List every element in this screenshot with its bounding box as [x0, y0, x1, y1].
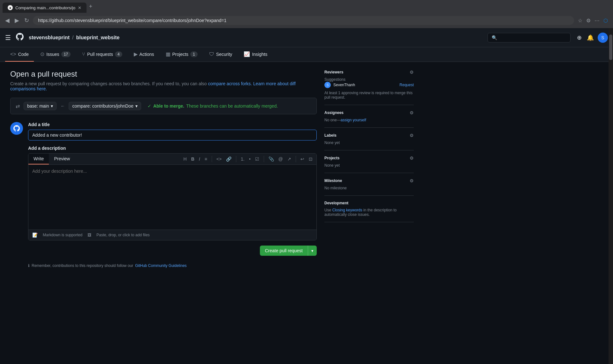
- merge-desc-text: These branches can be automatically merg…: [186, 103, 278, 109]
- description-textarea[interactable]: [28, 165, 316, 229]
- reference-btn[interactable]: ↗: [286, 156, 292, 162]
- guidelines-link[interactable]: GitHub Community Guidelines: [135, 263, 186, 268]
- create-button[interactable]: ⊕: [576, 33, 583, 42]
- back-button[interactable]: ◀: [4, 16, 11, 25]
- header-icons: ⊕ 🔔 S: [576, 33, 608, 43]
- org-link[interactable]: stevensblueprint: [29, 35, 70, 41]
- code-btn[interactable]: <>: [215, 156, 223, 162]
- development-title: Development: [324, 201, 348, 205]
- page-title: Open a pull request: [10, 70, 317, 79]
- actions-icon: ▶: [134, 51, 138, 57]
- nav-issues-label: Issues: [46, 52, 59, 57]
- list-btn[interactable]: ≡: [203, 156, 208, 162]
- closing-keywords-link[interactable]: Closing keywords: [332, 208, 362, 212]
- nav-code-label: Code: [18, 52, 29, 57]
- development-section: Development Use Closing keywords in the …: [324, 196, 414, 222]
- create-pr-dropdown[interactable]: ▾: [308, 246, 317, 256]
- undo-btn[interactable]: ↩: [299, 156, 306, 162]
- toolbar-sep-1: [212, 156, 212, 162]
- search-icon: 🔍: [492, 35, 497, 40]
- projects-none: None yet: [324, 163, 414, 168]
- insights-icon: 📈: [244, 51, 250, 57]
- projects-section: Projects ⚙ None yet: [324, 150, 414, 173]
- development-header: Development: [324, 201, 414, 205]
- pr-title-label: Add a title: [28, 122, 317, 127]
- nav-actions[interactable]: ▶ Actions: [129, 47, 159, 62]
- nav-projects[interactable]: ▦ Projects 1: [161, 47, 203, 62]
- scrollbar-thumb[interactable]: [609, 34, 612, 60]
- unordered-list-btn[interactable]: •: [248, 156, 252, 162]
- markdown-icon: 📝: [32, 232, 38, 238]
- new-tab-button[interactable]: +: [87, 1, 95, 12]
- reviewers-gear[interactable]: ⚙: [410, 70, 414, 75]
- reviewers-header: Reviewers ⚙: [324, 70, 414, 75]
- italic-btn[interactable]: I: [198, 156, 201, 162]
- bold-btn[interactable]: B: [190, 156, 196, 162]
- nav-actions-label: Actions: [140, 52, 154, 57]
- issues-badge: 17: [61, 51, 71, 57]
- link-btn[interactable]: 🔗: [225, 156, 233, 162]
- task-list-btn[interactable]: ☑: [254, 156, 261, 162]
- ordered-list-btn[interactable]: 1.: [239, 156, 246, 162]
- preview-tab[interactable]: Preview: [49, 154, 75, 164]
- code-icon: <>: [10, 51, 16, 57]
- submit-area: Create pull request ▾: [28, 246, 317, 256]
- repo-link[interactable]: blueprint_website: [76, 35, 119, 41]
- nav-code[interactable]: <> Code: [5, 47, 34, 62]
- search-box[interactable]: 🔍: [488, 33, 571, 42]
- attach-btn[interactable]: 📎: [267, 156, 275, 162]
- avatar[interactable]: S: [598, 33, 608, 43]
- sidebar: Reviewers ⚙ Suggestions S SevenThanh Req…: [324, 70, 414, 356]
- assignees-title: Assignees: [324, 110, 344, 115]
- notifications-button[interactable]: 🔔: [586, 33, 595, 42]
- compare-branch-select[interactable]: compare: contributors/johnDoe ▾: [69, 102, 141, 110]
- page-desc-text: Create a new pull request by comparing c…: [10, 81, 207, 86]
- reviewer-request-link[interactable]: Request: [399, 83, 414, 87]
- favorites-button[interactable]: ☆: [577, 16, 584, 25]
- more-button[interactable]: ⋯: [593, 16, 601, 25]
- pr-title-input[interactable]: [28, 130, 317, 140]
- write-tab[interactable]: Write: [28, 154, 49, 164]
- address-bar[interactable]: [33, 16, 574, 25]
- nav-issues[interactable]: ⊙ Issues 17: [35, 47, 76, 62]
- reviewers-info: At least 1 approving review is required …: [324, 91, 414, 100]
- projects-gear[interactable]: ⚙: [410, 155, 414, 161]
- refresh-button[interactable]: ↻: [23, 16, 30, 25]
- base-branch-select[interactable]: base: main ▾: [24, 102, 57, 110]
- active-tab[interactable]: ● Comparing main...contributors/jo ✕: [3, 3, 87, 13]
- hamburger-menu[interactable]: ☰: [5, 34, 11, 42]
- pr-badge: 4: [115, 51, 122, 57]
- browser-action-buttons: ☆ ⚙ ⋯ ⬡: [577, 16, 609, 25]
- pr-desc-section: Add a description Write Preview H B I ≡: [28, 146, 317, 240]
- assignees-section: Assignees ⚙ No one—assign yourself: [324, 105, 414, 128]
- info-icon: ℹ: [28, 263, 30, 268]
- labels-gear[interactable]: ⚙: [410, 133, 414, 138]
- edge-icon[interactable]: ⬡: [602, 16, 609, 25]
- milestone-gear[interactable]: ⚙: [410, 178, 414, 183]
- labels-title: Labels: [324, 133, 337, 138]
- create-pr-button[interactable]: Create pull request: [260, 246, 308, 256]
- compare-forks-link[interactable]: compare across forks.: [208, 81, 252, 86]
- forward-button[interactable]: ▶: [13, 16, 20, 25]
- assignees-gear[interactable]: ⚙: [410, 110, 414, 115]
- nav-security[interactable]: 🛡 Security: [204, 47, 238, 62]
- github-logo[interactable]: [16, 33, 24, 42]
- mention-btn[interactable]: @: [277, 156, 284, 162]
- branch-swap-icon: ⇄: [16, 103, 20, 109]
- nav-pull-requests[interactable]: ⑂ Pull requests 4: [77, 47, 127, 62]
- development-desc: Use Closing keywords in the description …: [324, 208, 414, 217]
- bottom-note: ℹ Remember, contributions to this reposi…: [28, 263, 317, 268]
- issues-icon: ⊙: [40, 51, 44, 57]
- heading-btn[interactable]: H: [182, 156, 188, 162]
- nav-insights[interactable]: 📈 Insights: [238, 47, 272, 62]
- projects-title: Projects: [324, 156, 339, 160]
- assign-yourself-link[interactable]: assign yourself: [341, 118, 366, 122]
- pr-form-body: Add a title Add a description Write Prev…: [28, 122, 317, 268]
- labels-section: Labels ⚙ None yet: [324, 128, 414, 150]
- fullscreen-btn[interactable]: ⊡: [307, 156, 314, 162]
- browser-tabs: ● Comparing main...contributors/jo ✕ +: [0, 0, 613, 13]
- milestone-header: Milestone ⚙: [324, 178, 414, 183]
- breadcrumb-separator: /: [72, 35, 73, 41]
- tab-close-button[interactable]: ✕: [78, 5, 81, 10]
- extensions-button[interactable]: ⚙: [585, 16, 592, 25]
